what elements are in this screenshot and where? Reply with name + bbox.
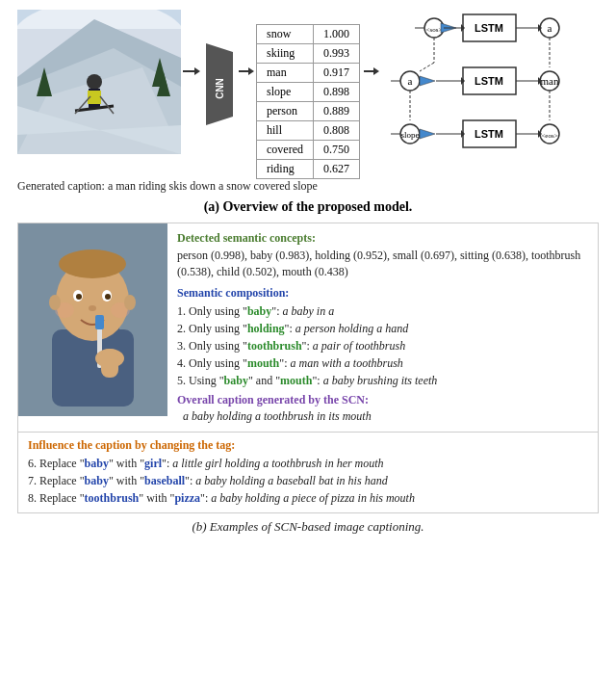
detected-text: person (0.998), baby (0.983), holding (0…	[177, 248, 588, 280]
table-cell-label: hill	[257, 121, 314, 141]
table-cell-value: 0.917	[313, 64, 359, 83]
arrow-table-to-lstm	[364, 67, 379, 75]
sub-caption: (b) Examples of SCN-based image captioni…	[17, 519, 599, 535]
table-row: slope0.898	[257, 83, 360, 102]
table-row: skiing0.993	[257, 44, 360, 64]
table-row: person0.889	[257, 102, 360, 121]
table-cell-label: slope	[257, 83, 314, 102]
svg-point-64	[59, 249, 126, 278]
arrow-image-to-cnn	[183, 67, 200, 75]
influence-title: Influence the caption by changing the ta…	[28, 438, 588, 453]
svg-point-67	[76, 294, 82, 300]
panel-content: Detected semantic concepts: person (0.99…	[167, 223, 598, 432]
influence-item: 6. Replace "baby" with "girl": a little …	[28, 455, 588, 472]
arrow-line	[183, 70, 194, 72]
cnn-box: CNN	[202, 39, 237, 134]
lower-panel: Detected semantic concepts: person (0.99…	[17, 223, 599, 513]
overview-section-title: (a) Overview of the proposed model.	[17, 199, 599, 215]
table-cell-value: 0.750	[313, 141, 359, 160]
arrow-line3	[364, 70, 373, 72]
table-cell-label: man	[257, 64, 314, 83]
svg-text:man: man	[541, 75, 559, 87]
arrow-cnn-to-table	[239, 67, 254, 75]
arrow-line2	[239, 70, 248, 72]
lstm-svg: LSTM LSTM LSTM <sos> a a man	[381, 10, 574, 159]
svg-text:<eos>: <eos>	[541, 132, 557, 140]
ski-image	[17, 10, 181, 158]
baby-image-svg	[18, 223, 167, 416]
table-cell-label: snow	[257, 25, 314, 44]
svg-rect-71	[95, 315, 104, 329]
table-row: riding0.627	[257, 160, 360, 179]
svg-marker-37	[420, 76, 435, 86]
influence-list: 6. Replace "baby" with "girl": a little …	[28, 455, 588, 507]
influence-item: 7. Replace "baby" with "baseball": a bab…	[28, 472, 588, 489]
svg-text:a: a	[408, 75, 413, 87]
svg-text:<sos>: <sos>	[426, 26, 443, 34]
svg-point-7	[87, 74, 102, 90]
arrow-head2	[248, 67, 254, 75]
table-cell-value: 1.000	[313, 25, 359, 44]
lstm-diagram: LSTM LSTM LSTM <sos> a a man	[381, 10, 599, 163]
panel-main: Detected semantic concepts: person (0.99…	[18, 223, 598, 433]
table-row: covered0.750	[257, 141, 360, 160]
table-cell-value: 0.627	[313, 160, 359, 179]
overall-title: Overall caption generated by the SCN:	[177, 393, 588, 407]
influence-item: 8. Replace "toothbrush" with "pizza": a …	[28, 489, 588, 507]
top-row: CNN snow1.000skiing0.993man0.917slope0.8…	[17, 10, 599, 179]
baby-image	[18, 223, 167, 416]
table-row: snow1.000	[257, 25, 360, 44]
detected-title: Detected semantic concepts:	[177, 231, 588, 246]
svg-text:LSTM: LSTM	[475, 128, 503, 140]
table-cell-value: 0.993	[313, 44, 359, 64]
table-row: man0.917	[257, 64, 360, 83]
semantic-item: 2. Only using "holding": a person holdin…	[177, 320, 588, 337]
generated-caption: Generated caption: a man riding skis dow…	[17, 179, 599, 194]
svg-rect-77	[101, 349, 118, 378]
svg-rect-60	[52, 329, 134, 407]
table-row: hill0.808	[257, 121, 360, 141]
table-cell-label: skiing	[257, 44, 314, 64]
svg-text:LSTM: LSTM	[475, 22, 503, 34]
svg-text:CNN: CNN	[215, 78, 225, 99]
arrow-head	[194, 67, 200, 75]
table-cell-label: riding	[257, 160, 314, 179]
table-cell-value: 0.808	[313, 121, 359, 141]
concepts-table: snow1.000skiing0.993man0.917slope0.898pe…	[256, 24, 360, 179]
table-cell-value: 0.889	[313, 102, 359, 121]
panel-influence: Influence the caption by changing the ta…	[18, 433, 598, 512]
svg-point-75	[124, 295, 136, 310]
semantic-item: 5. Using "baby" and "mouth": a baby brus…	[177, 372, 588, 389]
semantic-item: 1. Only using "baby": a baby in a	[177, 302, 588, 320]
table-cell-value: 0.898	[313, 83, 359, 102]
page: CNN snow1.000skiing0.993man0.917slope0.8…	[0, 0, 616, 544]
table-cell-label: person	[257, 102, 314, 121]
semantic-item: 3. Only using "toothbrush": a pair of to…	[177, 337, 588, 354]
arrow-head3	[373, 67, 379, 75]
semantic-item: 4. Only using "mouth": a man with a toot…	[177, 354, 588, 372]
table-cell-label: covered	[257, 141, 314, 160]
svg-point-68	[105, 294, 111, 300]
semantic-title: Semantic composition:	[177, 286, 588, 301]
semantic-list: 1. Only using "baby": a baby in a2. Only…	[177, 302, 588, 389]
svg-marker-38	[420, 129, 435, 139]
svg-text:LSTM: LSTM	[475, 75, 503, 87]
svg-point-74	[49, 295, 61, 310]
svg-line-48	[420, 63, 434, 71]
svg-point-69	[89, 305, 96, 311]
svg-text:a: a	[548, 22, 552, 34]
ski-image-svg	[17, 10, 181, 154]
concepts-table-wrapper: snow1.000skiing0.993man0.917slope0.898pe…	[256, 14, 360, 179]
overall-caption: a baby holding a toothbrush in its mouth	[177, 409, 588, 424]
svg-text:slope: slope	[400, 130, 419, 140]
cnn-svg: CNN	[202, 39, 237, 130]
